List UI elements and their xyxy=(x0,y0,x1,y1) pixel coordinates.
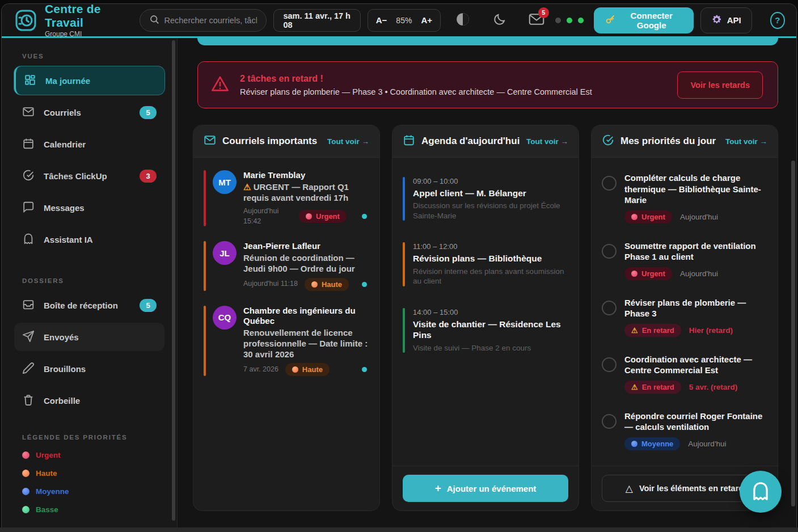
sidebar-item-label: Assistant IA xyxy=(44,235,93,244)
priority-badge-retard: ⚠En retard xyxy=(624,381,681,394)
sidebar-scrollbar[interactable] xyxy=(172,40,175,521)
email-date: 7 avr. 2026 xyxy=(243,365,278,375)
triangle-icon: △ xyxy=(626,483,633,495)
api-button[interactable]: API xyxy=(700,7,752,33)
pencil-icon xyxy=(22,362,35,376)
sidebar-item-assistant-ia[interactable]: Assistant IA xyxy=(14,225,164,254)
task-item[interactable]: Répondre courriel Roger Fontaine — calcu… xyxy=(602,411,767,450)
check-circle-icon xyxy=(22,169,35,183)
search-input[interactable] xyxy=(164,16,257,25)
search-icon xyxy=(149,14,159,27)
email-subject: Réunion de coordination — Jeudi 9h00 — O… xyxy=(243,253,369,275)
connect-google-label: Connecter Google xyxy=(621,11,682,30)
mail-badge: 5 xyxy=(538,7,549,18)
sidebar-item-ma-journee[interactable]: Ma journée xyxy=(14,66,164,95)
sidebar-item-messages[interactable]: Messages xyxy=(14,193,164,222)
task-checkbox[interactable] xyxy=(602,414,617,429)
task-due: Aujourd'hui xyxy=(680,269,718,278)
app-title-block: Centre de Travail Groupe CMI xyxy=(45,3,129,38)
sidebar-item-calendrier[interactable]: Calendrier xyxy=(14,130,164,158)
calendar-icon xyxy=(22,137,35,151)
connect-google-button[interactable]: Connecter Google xyxy=(594,7,694,33)
email-item[interactable]: CQ Chambre des ingénieurs du Québec Reno… xyxy=(204,306,369,377)
task-item[interactable]: Réviser plans de plomberie — Phase 3 ⚠En… xyxy=(602,297,767,337)
trash-icon xyxy=(22,394,35,408)
email-item[interactable]: MT Marie Tremblay ⚠ URGENT — Rapport Q1 … xyxy=(204,170,369,226)
email-subject: Renouvellement de licence professionnell… xyxy=(243,328,369,360)
sidebar-item-courriels[interactable]: Courriels 5 xyxy=(14,98,164,126)
task-checkbox[interactable] xyxy=(602,301,617,315)
sidebar-item-corbeille[interactable]: Corbeille xyxy=(14,386,164,415)
sidebar-item-label: Brouillons xyxy=(44,364,86,374)
sidebar-item-label: Corbeille xyxy=(44,396,80,406)
priority-dot xyxy=(631,441,637,447)
inbox-count-badge: 5 xyxy=(140,299,157,312)
priority-dot xyxy=(631,271,637,277)
priorities-card-title: Mes priorités du jour xyxy=(620,136,716,147)
task-title: Réviser plans de plomberie — Phase 3 xyxy=(624,297,767,319)
envelope-icon xyxy=(22,105,35,120)
task-item[interactable]: Soumettre rapport de ventilation Phase 1… xyxy=(602,240,767,280)
agenda-event[interactable]: 14:00 – 15:00 Visite de chantier — Résid… xyxy=(403,308,568,353)
task-checkbox[interactable] xyxy=(602,176,617,191)
contrast-toggle-button[interactable] xyxy=(454,11,471,30)
sidebar-item-envoyes[interactable]: Envoyés xyxy=(14,323,164,351)
assistant-fab-button[interactable] xyxy=(740,471,782,513)
legend-label: Haute xyxy=(36,469,57,478)
courriels-count-badge: 5 xyxy=(140,106,157,119)
emails-list: MT Marie Tremblay ⚠ URGENT — Rapport Q1 … xyxy=(193,158,379,510)
emails-see-all-link[interactable]: Tout voir → xyxy=(327,137,369,146)
task-item[interactable]: Coordination avec architecte — Centre Co… xyxy=(602,354,767,394)
warning-icon: ⚠ xyxy=(243,182,251,192)
event-title: Visite de chantier — Résidence Les Pins xyxy=(413,319,568,341)
priority-dot xyxy=(292,366,298,373)
unread-dot xyxy=(362,214,367,219)
task-item[interactable]: Compléter calculs de charge thermique — … xyxy=(602,172,767,223)
sidebar-item-brouillons[interactable]: Brouillons xyxy=(14,354,164,383)
taches-count-badge: 3 xyxy=(140,170,157,183)
task-checkbox[interactable] xyxy=(602,244,617,259)
legend-title: LÉGENDE DES PRIORITÉS xyxy=(22,434,157,441)
contrast-icon xyxy=(455,12,470,28)
legend-label: Urgent xyxy=(36,451,61,459)
email-date: Aujourd'hui 11:18 xyxy=(243,279,298,289)
agenda-event[interactable]: 09:00 – 10:00 Appel client — M. Bélanger… xyxy=(403,177,568,221)
legend-item-basse: Basse xyxy=(22,505,157,514)
inbox-icon xyxy=(22,298,35,313)
event-title: Révision plans — Bibliothèque xyxy=(413,253,568,264)
zoom-in-button[interactable]: A+ xyxy=(421,15,432,25)
priority-badge-haute: Haute xyxy=(305,278,349,291)
envelope-icon xyxy=(204,134,216,149)
task-title: Compléter calculs de charge thermique — … xyxy=(624,172,767,206)
event-time: 11:00 – 12:00 xyxy=(413,242,568,251)
priorities-list: Compléter calculs de charge thermique — … xyxy=(592,158,778,466)
legend-label: Moyenne xyxy=(36,487,69,496)
event-title: Appel client — M. Bélanger xyxy=(413,188,568,199)
zoom-level: 85% xyxy=(396,16,412,25)
api-label: API xyxy=(727,15,741,25)
zoom-out-button[interactable]: A− xyxy=(376,15,387,25)
datetime-display: sam. 11 avr., 17 h 08 xyxy=(273,9,360,32)
search-box[interactable] xyxy=(140,9,267,32)
task-checkbox[interactable] xyxy=(602,357,617,372)
notifications-mail-button[interactable]: 5 xyxy=(528,11,544,30)
sidebar-item-label: Boîte de réception xyxy=(44,301,118,310)
sidebar-item-boite-reception[interactable]: Boîte de réception 5 xyxy=(14,291,164,319)
chat-bubble-icon xyxy=(22,201,35,215)
agenda-event[interactable]: 11:00 – 12:00 Révision plans — Bibliothè… xyxy=(403,242,568,286)
page-scrollbar[interactable] xyxy=(791,161,795,506)
event-color-bar xyxy=(403,177,405,221)
add-event-button[interactable]: + Ajouter un événement xyxy=(403,475,568,502)
moon-icon xyxy=(493,12,506,28)
agenda-see-all-link[interactable]: Tout voir → xyxy=(526,137,568,146)
email-item[interactable]: JL Jean-Pierre Lafleur Réunion de coordi… xyxy=(204,241,369,290)
view-overdue-button[interactable]: Voir les retards xyxy=(677,71,763,99)
dark-mode-toggle-button[interactable] xyxy=(491,11,508,30)
email-sender: Jean-Pierre Lafleur xyxy=(243,241,369,252)
avatar: MT xyxy=(213,170,237,194)
app-window: Centre de Travail Groupe CMI sam. 11 avr… xyxy=(1,3,797,527)
priorities-see-all-link[interactable]: Tout voir → xyxy=(725,137,767,146)
help-button[interactable]: ? xyxy=(770,12,785,29)
sidebar-item-taches-clickup[interactable]: Tâches ClickUp 3 xyxy=(14,162,164,190)
warning-icon: ⚠ xyxy=(631,326,638,335)
